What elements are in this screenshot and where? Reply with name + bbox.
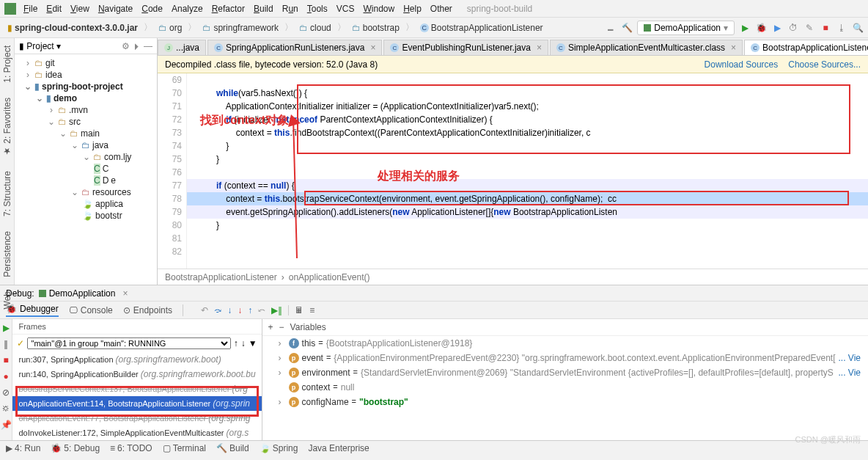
menu-analyze[interactable]: Analyze <box>172 4 203 14</box>
frame-row[interactable]: doInvokeListener:172, SimpleApplicationE… <box>12 426 261 440</box>
menu-run[interactable]: Run <box>282 4 298 14</box>
tree-settings-icon[interactable]: ⚙ ⏵ — <box>122 41 152 51</box>
editor-tab[interactable]: CEventPublishingRunListener.java× <box>383 40 548 55</box>
tree-item-applica[interactable]: 🍃applica <box>16 198 155 210</box>
debug-icon[interactable]: 🐞 <box>755 22 767 34</box>
tree-item-bootstr[interactable]: 🍃bootstr <box>16 210 155 222</box>
status-run[interactable]: ▶ 4: Run <box>6 443 40 453</box>
mute-breakpoints-icon[interactable]: ⊘ <box>0 387 12 398</box>
menu-code[interactable]: Code <box>141 4 163 14</box>
editor-tab[interactable]: CSpringApplicationRunListeners.java× <box>207 40 382 55</box>
crumb-springframework[interactable]: 🗀springframework <box>199 21 282 34</box>
code-lines[interactable]: while(var5.hasNext()) { ApplicationConte… <box>187 73 868 269</box>
step-out-icon[interactable]: ↑ <box>248 305 252 315</box>
crumb-class[interactable]: CBootstrapApplicationListener <box>417 21 546 34</box>
editor-tab-active[interactable]: CBootstrapApplicationListener.class× <box>744 40 868 55</box>
up-icon[interactable]: ↑ <box>234 338 238 348</box>
stop-icon[interactable]: ■ <box>0 354 12 366</box>
coverage-icon[interactable]: ▶ <box>771 22 783 34</box>
tree-item-main[interactable]: ⌄🗀main <box>16 128 155 139</box>
tool-structure[interactable]: 7: Structure <box>2 171 12 216</box>
tool-favorites[interactable]: ★ 2: Favorites <box>2 98 12 156</box>
tool-web[interactable]: Web <box>2 291 12 309</box>
frame-row[interactable]: onApplicationEvent:114, BootstrapApplica… <box>12 396 261 411</box>
close-debug-icon[interactable]: × <box>122 288 128 299</box>
add-watch-icon[interactable]: + <box>268 322 273 332</box>
settings-icon[interactable]: ⛭ <box>0 403 12 415</box>
tree-item-root[interactable]: ⌄▮spring-boot-project <box>16 81 155 92</box>
tree-item-d[interactable]: CDe <box>16 175 155 186</box>
evaluate-icon[interactable]: 🖩 <box>295 305 304 315</box>
drop-frame-icon[interactable]: ⤺ <box>258 305 265 315</box>
run-to-cursor-icon[interactable]: ▶‖ <box>271 305 282 315</box>
stop-icon[interactable]: ■ <box>820 22 831 34</box>
folded-icon[interactable]: 🗕 <box>605 22 617 34</box>
status-spring[interactable]: 🍃 Spring <box>260 443 298 453</box>
status-debug[interactable]: 🐞 5: Debug <box>51 443 100 453</box>
menu-vcs[interactable]: VCS <box>336 4 355 14</box>
down-icon[interactable]: ↓ <box>241 338 246 348</box>
menu-build[interactable]: Build <box>254 4 273 14</box>
tree-item-mvn[interactable]: ›🗀.mvn <box>16 104 155 116</box>
search-icon[interactable]: 🔍 <box>852 22 864 34</box>
tool-project[interactable]: 1: Project <box>2 45 12 83</box>
tree-item-git[interactable]: ›🗀git <box>16 57 155 69</box>
status-java-enterprise[interactable]: Java Enterprise <box>308 443 369 453</box>
tab-endpoints[interactable]: ⊙ Endpoints <box>123 305 172 315</box>
resume-icon[interactable]: ▶ <box>0 322 12 334</box>
variable-row[interactable]: p context = null <box>262 380 868 395</box>
debug-config[interactable]: DemoApplication <box>39 288 116 299</box>
close-icon[interactable]: × <box>537 43 542 53</box>
status-build[interactable]: 🔨 Build <box>216 443 249 453</box>
frame-row[interactable]: run:140, SpringApplicationBuilder (org.s… <box>12 367 261 381</box>
pause-icon[interactable]: ‖ <box>0 338 12 350</box>
variable-row[interactable]: ›p configName = "bootstrap" <box>262 395 868 409</box>
tab-debugger[interactable]: 🐞 Debugger <box>6 304 59 317</box>
menu-edit[interactable]: Edit <box>46 4 62 14</box>
pin-icon[interactable]: 📌 <box>0 419 12 431</box>
profile-icon[interactable]: ⏱ <box>787 22 799 34</box>
tree-item-c[interactable]: CC <box>16 163 155 175</box>
crumb-bootstrap[interactable]: 🗀bootstrap <box>349 21 402 34</box>
trace-icon[interactable]: ≡ <box>309 305 315 315</box>
back-icon[interactable]: ↶ <box>201 305 208 315</box>
menu-tools[interactable]: Tools <box>307 4 328 14</box>
thread-select[interactable]: "main"@1 in group "main": RUNNING <box>27 337 230 349</box>
download-sources-link[interactable]: Download Sources <box>705 59 779 70</box>
step-into-icon[interactable]: ↓ <box>227 305 232 315</box>
tool-persistence[interactable]: Persistence <box>2 231 12 277</box>
tab-console[interactable]: 🖵 Console <box>69 305 113 315</box>
filter-icon[interactable]: ▼ <box>249 338 257 348</box>
status-terminal[interactable]: ▢ Terminal <box>163 443 206 453</box>
crumb-method[interactable]: onApplicationEvent() <box>289 272 370 282</box>
run-icon[interactable]: ▶ <box>739 22 751 34</box>
menu-refactor[interactable]: Refactor <box>212 4 245 14</box>
breakpoints-icon[interactable]: ● <box>0 370 12 382</box>
frame-row[interactable]: onApplicationEvent:77, BootstrapApplicat… <box>12 411 261 426</box>
step-over-icon[interactable]: ⤼ <box>214 305 221 315</box>
menu-file[interactable]: FFileile <box>23 4 37 14</box>
project-combo[interactable]: ▮ Project ▾ <box>19 41 61 51</box>
tree-item-demo[interactable]: ⌄▮demo <box>16 92 155 104</box>
editor-tab[interactable]: J...java <box>158 40 206 55</box>
tree-item-src[interactable]: ⌄🗀src <box>16 116 155 128</box>
close-icon[interactable]: × <box>731 43 736 53</box>
crumb-jar[interactable]: ▮spring-cloud-context-3.0.0.jar <box>4 21 141 34</box>
force-step-into-icon[interactable]: ↓ <box>238 305 242 315</box>
tree-item-idea[interactable]: ›🗀idea <box>16 69 155 81</box>
variable-row[interactable]: ›f this = {BootstrapApplicationListener@… <box>262 336 868 351</box>
editor-tab[interactable]: CSimpleApplicationEventMulticaster.class… <box>550 40 743 55</box>
frame-row[interactable]: run:307, SpringApplication (org.springfr… <box>12 352 261 367</box>
variable-row[interactable]: ›p environment = {StandardServletEnviron… <box>262 365 868 380</box>
frame-row[interactable]: bootstrapServiceContext:137, BootstrapAp… <box>12 381 261 396</box>
hammer-icon[interactable]: 🔨 <box>621 22 633 34</box>
crumb-cloud[interactable]: 🗀cloud <box>296 21 334 34</box>
status-todo[interactable]: ≡ 6: TODO <box>110 443 152 453</box>
crumb-org[interactable]: 🗀org <box>155 21 185 34</box>
close-icon[interactable]: × <box>370 43 375 53</box>
choose-sources-link[interactable]: Choose Sources... <box>788 59 861 70</box>
git-update-icon[interactable]: ⭳ <box>836 22 847 34</box>
code-body[interactable]: 6970717273747576777879808182 while(var5.… <box>158 73 868 269</box>
variable-row[interactable]: ›p event = {ApplicationEnvironmentPrepar… <box>262 351 868 365</box>
tree-item-resources[interactable]: ⌄🗀resources <box>16 186 155 198</box>
